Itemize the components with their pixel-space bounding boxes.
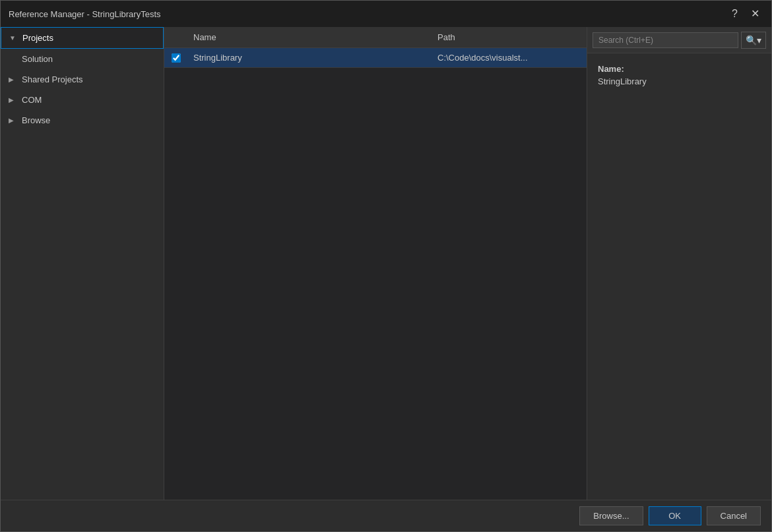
info-panel: Name: StringLibrary	[587, 53, 771, 500]
reference-manager-dialog: Reference Manager - StringLibraryTests ?…	[0, 0, 772, 532]
close-button[interactable]: ✕	[747, 7, 763, 20]
table-header: Name Path	[164, 27, 587, 48]
table-body: StringLibrary C:\Code\docs\visualst...	[164, 48, 587, 500]
sidebar-item-com-label: COM	[22, 95, 42, 105]
chevron-right-icon-browse: ▶	[9, 117, 19, 124]
table-row[interactable]: StringLibrary C:\Code\docs\visualst...	[164, 48, 587, 68]
help-button[interactable]: ?	[728, 7, 742, 20]
sidebar-item-solution-label: Solution	[22, 54, 53, 64]
sidebar-item-com[interactable]: ▶ COM	[1, 90, 164, 110]
col-header-name: Name	[188, 32, 432, 42]
sidebar-item-shared-projects-label: Shared Projects	[22, 74, 83, 84]
sidebar-item-projects-label: Projects	[22, 33, 53, 43]
search-bar: 🔍▾	[587, 27, 771, 53]
sidebar-item-shared-projects[interactable]: ▶ Shared Projects	[1, 69, 164, 90]
info-name-value: StringLibrary	[598, 76, 761, 86]
row-checkbox[interactable]	[172, 53, 181, 63]
chevron-right-icon: ▶	[9, 76, 19, 83]
main-panel: Name Path StringLibrary C:\Code\docs\vis…	[164, 27, 587, 500]
title-bar-controls: ? ✕	[728, 7, 763, 20]
chevron-down-icon: ▼	[9, 34, 20, 42]
sidebar-item-browse[interactable]: ▶ Browse	[1, 110, 164, 131]
footer-bar: Browse... OK Cancel	[1, 500, 771, 531]
sidebar: ▼ Projects Solution ▶ Shared Projects ▶ …	[1, 27, 164, 500]
col-header-path: Path	[432, 32, 587, 42]
sidebar-item-browse-label: Browse	[22, 115, 50, 125]
row-path-cell: C:\Code\docs\visualst...	[432, 53, 587, 63]
sidebar-item-projects[interactable]: ▼ Projects	[1, 27, 164, 49]
right-panel: 🔍▾ Name: StringLibrary	[587, 27, 771, 500]
dialog-title: Reference Manager - StringLibraryTests	[9, 9, 161, 19]
browse-button[interactable]: Browse...	[579, 506, 643, 525]
search-input[interactable]	[593, 32, 738, 48]
cancel-button[interactable]: Cancel	[707, 506, 761, 525]
ok-button[interactable]: OK	[649, 506, 701, 525]
title-bar: Reference Manager - StringLibraryTests ?…	[1, 1, 771, 27]
row-checkbox-cell	[164, 53, 188, 63]
chevron-right-icon-com: ▶	[9, 96, 19, 103]
info-name-label: Name:	[598, 64, 761, 74]
row-name-cell: StringLibrary	[188, 53, 432, 63]
content-area: ▼ Projects Solution ▶ Shared Projects ▶ …	[1, 27, 771, 500]
search-button[interactable]: 🔍▾	[741, 32, 766, 49]
sidebar-item-solution[interactable]: Solution	[1, 49, 164, 69]
